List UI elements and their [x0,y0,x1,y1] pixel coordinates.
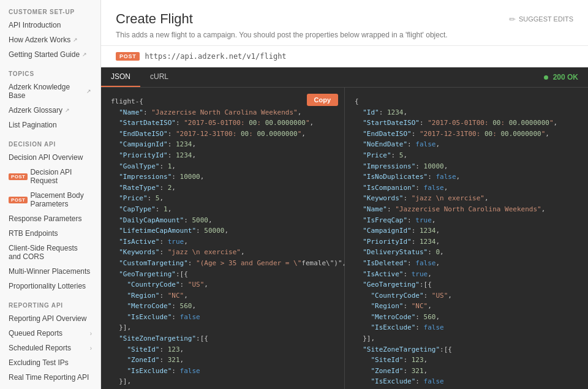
sidebar-item-how-adzerk-works[interactable]: How Adzerk Works↗ [0,32,100,47]
sidebar-item-label: Decision API Overview [9,153,83,162]
external-link-icon: ↗ [82,51,88,58]
sidebar-item-label: Getting Started Guide [9,50,80,59]
sidebar-item-label: Real Time Reporting API [9,373,89,382]
page-header: Create Flight ✏ SUGGEST EDITS This adds … [101,0,588,46]
sidebar-item-api-introduction[interactable]: API Introduction [0,18,100,32]
sidebar-section-header: toPICS [0,62,100,80]
sidebar-item-label: Multi-Winner Placements [9,267,90,276]
page-title: Create Flight [116,11,193,27]
sidebar-item-label: Adzerk Knowledge Base [9,83,84,100]
status-code: 200 OK [553,73,578,81]
sidebar-item-response-parameters[interactable]: Response Parameters [0,211,100,226]
sidebar-item-proportionality-lotteries[interactable]: Proportionality Lotteries [0,279,100,293]
sidebar-item-getting-started-guide[interactable]: Getting Started Guide↗ [0,47,100,62]
sidebar-item-decision-api-overview[interactable]: Decision API Overview [0,150,100,165]
sidebar-item-placement-body-parameters[interactable]: POSTPlacement Body Parameters [0,188,100,211]
chevron-right-icon: › [90,330,92,337]
code-panels: Copy flight-{ "Name": "Jazzercise North … [101,88,588,389]
sidebar-item-list-pagination[interactable]: List Pagination [0,118,100,132]
sidebar-item-client-side-requests-and-cors[interactable]: Client-Side Requests and CORS [0,241,100,264]
sidebar-item-adzerk-knowledge-base[interactable]: Adzerk Knowledge Base↗ [0,80,100,103]
sidebar-item-label: Adzerk Glossary [9,106,62,115]
response-indicator: 200 OK [534,68,588,86]
sidebar-item-adzerk-glossary[interactable]: Adzerk Glossary↗ [0,103,100,118]
external-link-icon: ↗ [86,88,92,94]
sidebar-item-reporting-api-overview[interactable]: Reporting API Overview [0,311,100,326]
sidebar-section-header: Customer Set-Up [0,0,100,18]
sidebar-item-label: Client-Side Requests and CORS [9,244,92,261]
tab-curl[interactable]: cURL [140,67,178,87]
sidebar-section-header: Reporting API [0,293,100,311]
sidebar-item-real-time-reporting-api[interactable]: Real Time Reporting API [0,370,100,385]
code-tabs: JSON cURL 200 OK [101,67,588,88]
external-link-icon: ↗ [65,107,71,113]
chevron-right-icon: › [90,345,92,352]
left-code-content: flight-{ "Name": "Jazzercise North Carol… [111,96,334,389]
sidebar-section-header: Campaign Management API [0,385,100,389]
sidebar-item-multi-winner-placements[interactable]: Multi-Winner Placements [0,264,100,279]
external-link-icon: ↗ [73,37,79,43]
sidebar-section-header: Decision API [0,132,100,150]
right-code-content: { "Id": 1234, "StartDateISO": "2017-05-0… [355,96,578,389]
request-code-panel[interactable]: Copy flight-{ "Name": "Jazzercise North … [101,88,345,389]
edit-icon: ✏ [509,15,516,24]
url-text: https://api.adzerk.net/v1/flight [145,52,286,61]
method-badge-post: POST [9,197,28,203]
sidebar: Customer Set-UpAPI IntroductionHow Adzer… [0,0,101,389]
tab-json[interactable]: JSON [101,67,140,87]
sidebar-item-label: Proportionality Lotteries [9,282,86,290]
method-badge-post: POST [9,173,28,180]
status-dot [544,75,548,80]
url-bar: POST https://api.adzerk.net/v1/flight [101,46,588,67]
sidebar-item-label: Decision API Request [30,168,92,185]
sidebar-item-label: Reporting API Overview [9,314,86,323]
main-content: Create Flight ✏ SUGGEST EDITS This adds … [101,0,588,389]
response-code-panel[interactable]: { "Id": 1234, "StartDateISO": "2017-05-0… [345,88,588,389]
page-subtitle: This adds a new flight to a campaign. Yo… [116,31,573,39]
sidebar-item-label: List Pagination [9,121,57,129]
sidebar-item-label: RTB Endpoints [9,229,58,238]
sidebar-item-label: Response Parameters [9,214,81,223]
sidebar-item-label: How Adzerk Works [9,36,70,44]
sidebar-item-rtb-endpoints[interactable]: RTB Endpoints [0,226,100,241]
code-section: JSON cURL 200 OK Copy flight-{ "Name": "… [101,67,588,389]
request-code: flight-{ "Name": "Jazzercise North Carol… [111,96,334,389]
sidebar-item-scheduled-reports[interactable]: Scheduled Reports› [0,341,100,355]
sidebar-item-label: Excluding Test IPs [9,358,69,367]
sidebar-item-label: Placement Body Parameters [30,191,92,208]
sidebar-item-label: Scheduled Reports [9,344,71,352]
method-badge: POST [116,52,140,61]
sidebar-item-label: Queued Reports [9,329,62,338]
sidebar-item-excluding-test-ips[interactable]: Excluding Test IPs [0,355,100,370]
response-code: { "Id": 1234, "StartDateISO": "2017-05-0… [355,96,578,389]
suggest-edits-button[interactable]: ✏ SUGGEST EDITS [509,15,573,24]
sidebar-item-queued-reports[interactable]: Queued Reports› [0,326,100,341]
suggest-edits-label: SUGGEST EDITS [519,15,573,23]
sidebar-item-decision-api-request[interactable]: POSTDecision API Request [0,165,100,188]
copy-button[interactable]: Copy [307,94,339,106]
sidebar-item-label: API Introduction [9,21,61,29]
